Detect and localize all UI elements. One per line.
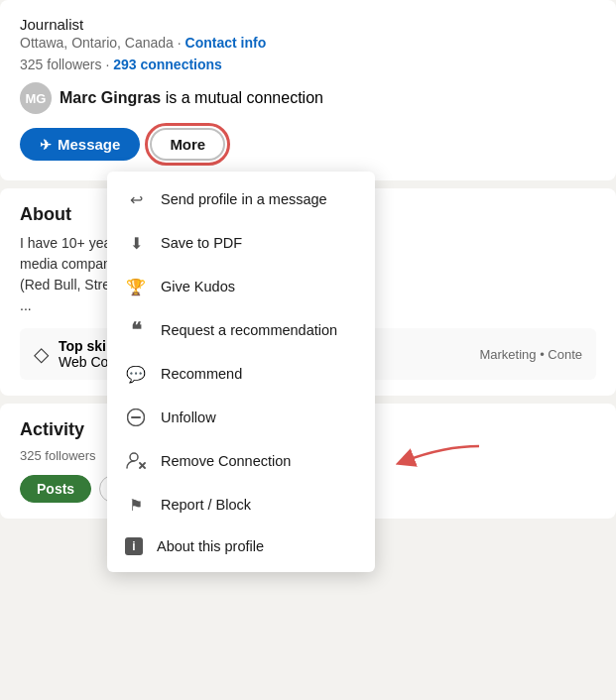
more-button[interactable]: More (150, 128, 225, 161)
menu-item-remove-connection[interactable]: Remove Connection (107, 439, 375, 483)
menu-item-save-pdf[interactable]: ⬇ Save to PDF (107, 221, 375, 265)
info-icon: i (125, 537, 143, 555)
followers-line: 325 followers · 293 connections (20, 57, 596, 72)
job-title: Journalist (20, 16, 596, 33)
menu-item-request-rec[interactable]: ❝ Request a recommendation (107, 308, 375, 352)
trophy-icon: 🏆 (125, 276, 147, 297)
mutual-suffix: is a mutual connection (166, 89, 323, 106)
message-label: Message (58, 136, 120, 153)
connections-link[interactable]: 293 connections (113, 57, 222, 72)
avatar: MG (20, 82, 52, 114)
mutual-connection: MG Marc Gingras is a mutual connection (20, 82, 596, 114)
location-text: Ottawa, Ontario, Canada · (20, 35, 185, 51)
message-button[interactable]: ✈ Message (20, 128, 140, 161)
mutual-name: Marc Gingras (60, 89, 161, 106)
more-dropdown-menu: ↩ Send profile in a message ⬇ Save to PD… (107, 172, 375, 572)
svg-point-2 (130, 453, 138, 461)
actions-row: ✈ Message More ↩ Send profile in a messa… (20, 128, 596, 161)
menu-label-send-profile: Send profile in a message (161, 191, 327, 207)
separator: · (105, 57, 113, 72)
menu-label-save-pdf: Save to PDF (161, 235, 242, 251)
followers-count: 325 followers (20, 57, 102, 72)
menu-label-report-block: Report / Block (161, 497, 251, 513)
save-pdf-icon: ⬇ (125, 232, 147, 254)
posts-tab[interactable]: Posts (20, 475, 91, 503)
menu-label-about-profile: About this profile (157, 538, 264, 554)
menu-item-recommend[interactable]: 💬 Recommend (107, 352, 375, 396)
skills-more: Marketing • Conte (479, 347, 582, 362)
menu-item-report-block[interactable]: ⚑ Report / Block (107, 483, 375, 526)
menu-item-about-profile[interactable]: i About this profile (107, 526, 375, 566)
send-icon: ✈ (40, 137, 52, 153)
contact-info-link[interactable]: Contact info (185, 35, 267, 51)
quote-icon: ❝ (125, 319, 147, 341)
flag-icon: ⚑ (125, 494, 147, 516)
recommend-icon: 💬 (125, 363, 147, 385)
unfollow-icon (125, 407, 147, 428)
menu-item-give-kudos[interactable]: 🏆 Give Kudos (107, 265, 375, 308)
menu-label-remove-connection: Remove Connection (161, 453, 291, 469)
mutual-text: Marc Gingras is a mutual connection (60, 89, 323, 107)
send-profile-icon: ↩ (125, 188, 147, 210)
menu-label-unfollow: Unfollow (161, 409, 216, 425)
menu-label-give-kudos: Give Kudos (161, 279, 235, 294)
menu-item-unfollow[interactable]: Unfollow (107, 396, 375, 439)
menu-label-recommend: Recommend (161, 366, 242, 382)
diamond-icon: ◇ (34, 342, 49, 366)
menu-item-send-profile[interactable]: ↩ Send profile in a message (107, 177, 375, 221)
profile-card: Journalist Ottawa, Ontario, Canada · Con… (0, 0, 616, 180)
location-line: Ottawa, Ontario, Canada · Contact info (20, 35, 596, 51)
remove-connection-icon (125, 450, 147, 472)
menu-label-request-rec: Request a recommendation (161, 322, 337, 338)
